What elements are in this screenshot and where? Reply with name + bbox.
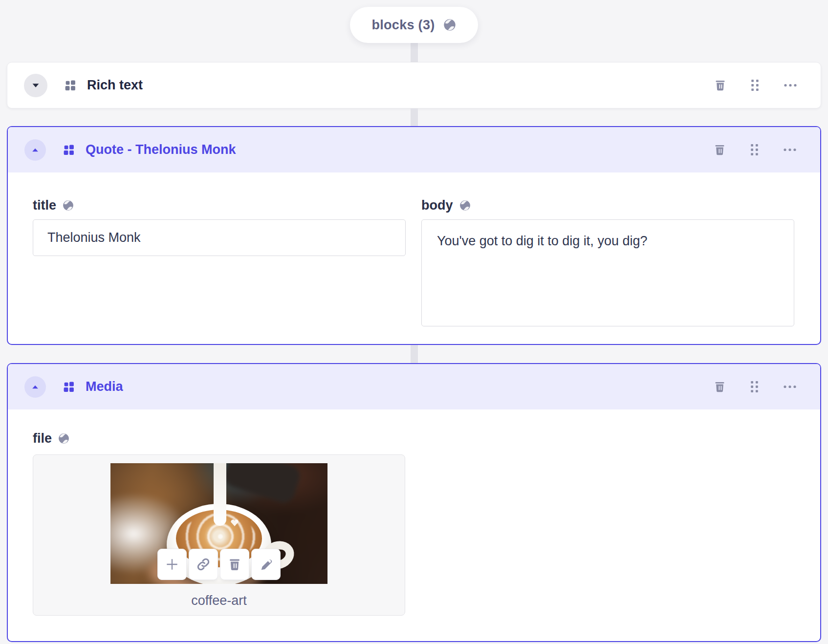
chevron-up-icon [30,145,40,155]
globe-icon [58,432,70,445]
block-actions [712,77,800,94]
add-file-button[interactable] [157,549,187,580]
file-field-label: file [33,431,52,446]
link-file-button[interactable] [189,549,218,580]
field-label: title [33,197,406,214]
tree-connector [411,345,418,363]
body-field-group: body You've got to dig it to dig it, you… [421,197,794,328]
title-field-group: title [33,197,406,328]
block-fields: file [8,409,820,641]
drag-handle[interactable] [748,378,761,395]
drag-handle[interactable] [748,141,761,158]
block-title: Quote - Thelonius Monk [86,142,236,157]
blocks-pill-label: blocks (3) [371,18,435,33]
more-options-button[interactable] [781,378,799,395]
delete-block-button[interactable] [712,77,729,94]
collapse-toggle-button[interactable] [24,376,46,398]
plus-icon [164,557,180,572]
collapse-toggle-button[interactable] [24,74,47,97]
title-input[interactable] [33,219,406,256]
block-actions [711,378,799,395]
upload-action-bar [157,549,281,580]
chevron-down-icon [30,80,41,91]
block-quote: Quote - Thelonius Monk title [7,126,821,345]
trash-icon [227,557,242,572]
block-header[interactable]: Media [8,364,820,409]
trash-icon [713,143,726,156]
pencil-icon [259,557,273,572]
ellipsis-icon [783,143,797,156]
trash-icon [714,79,727,92]
block-title: Rich text [87,78,143,93]
delete-block-button[interactable] [711,141,728,158]
body-field-label: body [421,198,453,213]
globe-icon [443,18,457,32]
drag-dots-icon [750,143,759,156]
tree-connector [411,108,418,126]
body-textarea[interactable]: You've got to dig it to dig it, you dig? [421,219,794,326]
more-options-button[interactable] [781,141,799,158]
drag-dots-icon [750,79,760,92]
ellipsis-icon [783,380,797,393]
trash-icon [713,380,726,393]
globe-icon [62,199,74,212]
block-rich-text: Rich text [7,62,821,108]
field-label: body [421,197,794,214]
edit-file-button[interactable] [251,549,281,580]
tree-connector [411,43,418,62]
file-upload-card: coffee-art [33,454,405,616]
title-field-label: title [33,198,56,213]
file-name-label: coffee-art [33,593,405,608]
block-title: Media [86,379,123,394]
field-label: file [33,430,796,447]
block-fields: title body You've got to dig it to dig i… [8,172,820,344]
drag-dots-icon [750,380,759,393]
collapse-toggle-button[interactable] [24,139,46,161]
block-media: Media file [7,363,821,642]
block-type-icon [63,144,75,156]
ellipsis-icon [783,79,798,92]
block-type-icon [63,381,75,393]
chevron-up-icon [30,382,40,392]
globe-icon [459,199,471,212]
delete-block-button[interactable] [711,378,728,395]
blocks-array-pill: blocks (3) [350,7,478,43]
block-header[interactable]: Quote - Thelonius Monk [8,127,820,172]
block-actions [711,141,799,158]
block-header[interactable]: Rich text [7,63,821,108]
delete-file-button[interactable] [220,549,249,580]
drag-handle[interactable] [748,77,762,94]
block-type-icon [64,79,76,91]
more-options-button[interactable] [781,77,800,94]
link-icon [196,557,211,572]
